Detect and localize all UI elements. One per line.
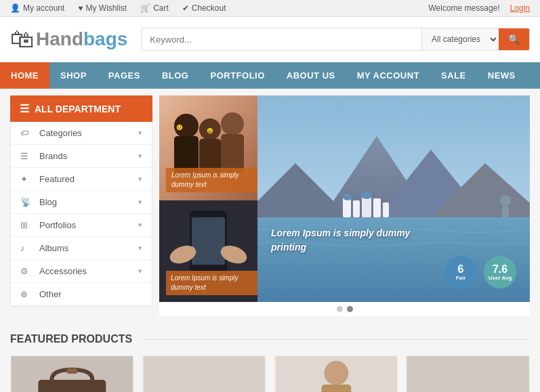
rating1-number: 6 xyxy=(458,264,464,275)
featured-label: Featured xyxy=(39,174,138,184)
nav-news[interactable]: NEWS xyxy=(477,62,526,89)
category-select[interactable]: All categories xyxy=(421,28,499,50)
portfolios-label: Portfolios xyxy=(39,220,138,230)
nav-portfolio[interactable]: PORTFOLIO xyxy=(199,62,275,89)
nav-pages[interactable]: PAGES xyxy=(98,62,151,89)
nav-shop[interactable]: SHOP xyxy=(49,62,98,89)
featured-icon: ✦ xyxy=(20,174,34,184)
product-card-4[interactable] xyxy=(406,355,530,392)
sidebar-header: ☰ ALL DEPARTMENT xyxy=(10,95,152,122)
svg-rect-12 xyxy=(192,217,225,265)
banner-phone[interactable]: Lorem Ipsum is simply dummy text xyxy=(159,200,257,302)
svg-point-36 xyxy=(324,361,348,385)
search-bar: All categories 🔍 xyxy=(141,28,530,51)
banner-people[interactable]: 😊 😄 Lorem Ipsum is simply dummy text xyxy=(159,95,257,200)
sidebar-item-accessories[interactable]: ⚙ Accessories ▾ xyxy=(11,260,152,283)
svg-rect-25 xyxy=(373,198,381,217)
dot-1[interactable] xyxy=(337,306,343,312)
checkout-link[interactable]: ✔ Checkout xyxy=(182,3,226,13)
banner-people-text: Lorem Ipsum is simply dummy text xyxy=(171,171,238,188)
rating-user-avg: 7.6 User Avg xyxy=(484,256,516,288)
cart-link[interactable]: 🛒 Cart xyxy=(140,3,169,13)
cart-label: Cart xyxy=(153,3,169,13)
logo[interactable]: 🛍 Handbags xyxy=(10,25,127,53)
main-content: ☰ ALL DEPARTMENT 🏷 Categories ▾ ☰ Brands… xyxy=(0,89,540,323)
section-title: FEATURED PRODUCTS xyxy=(10,333,530,345)
banner-main[interactable]: Lorem Ipsum is simply dummy printing 6 F… xyxy=(257,95,530,302)
svg-rect-30 xyxy=(502,206,509,218)
sidebar-item-portfolios[interactable]: ⊞ Portfolios ▾ xyxy=(11,214,152,237)
chevron-icon: ▾ xyxy=(138,267,142,276)
albums-icon: ♪ xyxy=(20,243,34,253)
banner-phone-text: Lorem Ipsum is simply dummy text xyxy=(171,274,238,291)
chevron-icon: ▾ xyxy=(138,152,142,160)
logo-bag-icon: 🛍 xyxy=(10,25,35,53)
blog-label: Blog xyxy=(39,197,138,207)
sidebar-item-brands[interactable]: ☰ Brands ▾ xyxy=(11,145,152,168)
topbar-left: 👤 My account ♥ My Wishlist 🛒 Cart ✔ Chec… xyxy=(10,3,428,13)
svg-point-29 xyxy=(500,195,511,206)
categories-icon: 🏷 xyxy=(20,128,34,138)
brands-label: Brands xyxy=(39,151,138,161)
banner-people-overlay: Lorem Ipsum is simply dummy text xyxy=(166,168,257,192)
albums-label: Albums xyxy=(39,243,138,253)
svg-rect-23 xyxy=(353,200,360,217)
nav-blog[interactable]: BLOG xyxy=(151,62,200,89)
my-account-link[interactable]: 👤 My account xyxy=(10,3,64,13)
checkout-label: Checkout xyxy=(192,3,226,13)
sidebar-title: ALL DEPARTMENT xyxy=(35,104,121,114)
main-banner-text: Lorem Ipsum is simply dummy printing xyxy=(271,226,410,255)
accessories-label: Accessories xyxy=(39,266,138,276)
chevron-icon: ▾ xyxy=(138,198,142,206)
product-image-4 xyxy=(407,356,529,392)
navigation: HOME SHOP PAGES BLOG PORTFOLIO ABOUT US … xyxy=(0,62,540,89)
banner-area: 😊 😄 Lorem Ipsum is simply dummy text xyxy=(159,95,530,316)
sidebar-menu: 🏷 Categories ▾ ☰ Brands ▾ ✦ Featured ▾ 📡… xyxy=(10,122,152,307)
svg-rect-33 xyxy=(66,368,77,374)
banner-ratings: 6 Fair 7.6 User Avg xyxy=(444,256,516,288)
svg-rect-37 xyxy=(321,385,351,392)
nav-account[interactable]: MY ACCOUNT xyxy=(346,62,430,89)
login-link[interactable]: Login xyxy=(510,3,530,13)
banner-phone-overlay: Lorem Ipsum is simply dummy text xyxy=(166,271,257,295)
wishlist-icon: ♥ xyxy=(78,3,83,13)
sidebar-item-categories[interactable]: 🏷 Categories ▾ xyxy=(11,122,152,145)
cart-icon: 🛒 xyxy=(140,3,150,13)
dot-2[interactable] xyxy=(347,306,353,312)
chevron-icon: ▾ xyxy=(138,244,142,253)
featured-title: FEATURED PRODUCTS xyxy=(10,333,132,345)
chevron-icon: ▾ xyxy=(138,129,142,137)
product-image-3 xyxy=(275,356,398,392)
sidebar: ☰ ALL DEPARTMENT 🏷 Categories ▾ ☰ Brands… xyxy=(10,95,152,316)
search-input[interactable] xyxy=(142,29,421,50)
welcome-message: Welcome message! xyxy=(428,3,499,13)
nav-home[interactable]: HOME xyxy=(0,62,49,89)
title-divider xyxy=(142,339,530,340)
logo-text: Handbags xyxy=(36,28,127,50)
sidebar-item-albums[interactable]: ♪ Albums ▾ xyxy=(11,237,152,260)
topbar-right: Welcome message! Login xyxy=(428,3,530,13)
account-icon: 👤 xyxy=(10,3,20,13)
blog-icon: 📡 xyxy=(20,197,34,207)
brands-icon: ☰ xyxy=(20,151,34,161)
product-card-2[interactable] xyxy=(142,355,266,392)
logo-bags: bags xyxy=(83,28,127,49)
other-label: Other xyxy=(39,289,142,299)
rating2-number: 7.6 xyxy=(493,264,507,275)
sidebar-item-featured[interactable]: ✦ Featured ▾ xyxy=(11,168,152,191)
search-button[interactable]: 🔍 xyxy=(499,28,529,50)
nav-about[interactable]: ABOUT US xyxy=(276,62,346,89)
product-card-3[interactable] xyxy=(274,355,398,392)
nav-sale[interactable]: SALE xyxy=(430,62,477,89)
menu-icon: ☰ xyxy=(20,102,29,115)
sidebar-item-other[interactable]: ⊕ Other xyxy=(11,283,152,306)
product-card-1[interactable] xyxy=(10,355,134,392)
topbar: 👤 My account ♥ My Wishlist 🛒 Cart ✔ Chec… xyxy=(0,0,540,17)
wishlist-link[interactable]: ♥ My Wishlist xyxy=(78,3,127,13)
wishlist-label: My Wishlist xyxy=(85,3,127,13)
svg-text:😊: 😊 xyxy=(176,124,183,131)
svg-point-27 xyxy=(343,194,352,200)
sidebar-item-blog[interactable]: 📡 Blog ▾ xyxy=(11,191,152,214)
header: 🛍 Handbags All categories 🔍 xyxy=(0,17,540,62)
chevron-icon: ▾ xyxy=(138,221,142,230)
